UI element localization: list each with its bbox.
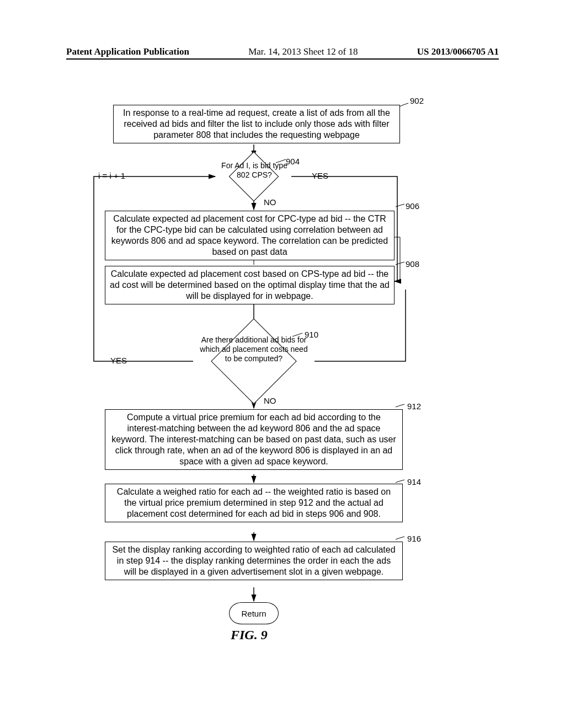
refnum-904: 904 [286, 157, 300, 166]
decision-910-text: Are there additional ad bids for which a… [196, 335, 312, 363]
step-912-text: Compute a virtual price premium for each… [111, 413, 396, 466]
figure-caption: FIG. 9 [231, 628, 268, 643]
step-912: Compute a virtual price premium for each… [105, 409, 403, 470]
step-916-text: Set the display ranking according to wei… [112, 545, 395, 576]
step-906-text: Calculate expected ad placement cost for… [111, 214, 388, 256]
step-906: Calculate expected ad placement cost for… [105, 211, 395, 260]
refnum-912: 912 [407, 402, 421, 411]
label-no-mid: NO [264, 396, 276, 405]
refnum-916: 916 [407, 534, 421, 543]
label-no-top: NO [264, 197, 276, 207]
refnum-914: 914 [407, 477, 421, 486]
terminator-return-text: Return [241, 609, 266, 618]
label-yes-top: YES [312, 171, 328, 180]
header-right: US 2013/0066705 A1 [417, 46, 499, 57]
step-902-text: In response to a real-time ad request, c… [123, 108, 390, 140]
step-902: In response to a real-time ad request, c… [113, 105, 400, 143]
terminator-return: Return [229, 602, 279, 624]
step-914: Calculate a weighed ratio for each ad --… [105, 484, 403, 522]
header-left: Patent Application Publication [66, 46, 189, 57]
refnum-906: 906 [406, 201, 419, 211]
label-yes-mid: YES [110, 356, 127, 365]
step-908-text: Calculate expected ad placement cost bas… [110, 269, 390, 301]
header-center: Mar. 14, 2013 Sheet 12 of 18 [248, 46, 358, 57]
page-header: Patent Application Publication Mar. 14, … [66, 46, 499, 60]
decision-904-text: For Ad I, is bid type 802 CPS? [218, 161, 290, 180]
step-914-text: Calculate a weighed ratio for each ad --… [117, 487, 391, 518]
refnum-908: 908 [406, 259, 419, 269]
step-908: Calculate expected ad placement cost bas… [105, 266, 395, 304]
connector-lines [88, 99, 475, 684]
label-increment: i = i + 1 [98, 171, 125, 180]
refnum-910: 910 [305, 330, 318, 339]
step-916: Set the display ranking according to wei… [105, 542, 403, 580]
refnum-902: 902 [410, 96, 424, 105]
